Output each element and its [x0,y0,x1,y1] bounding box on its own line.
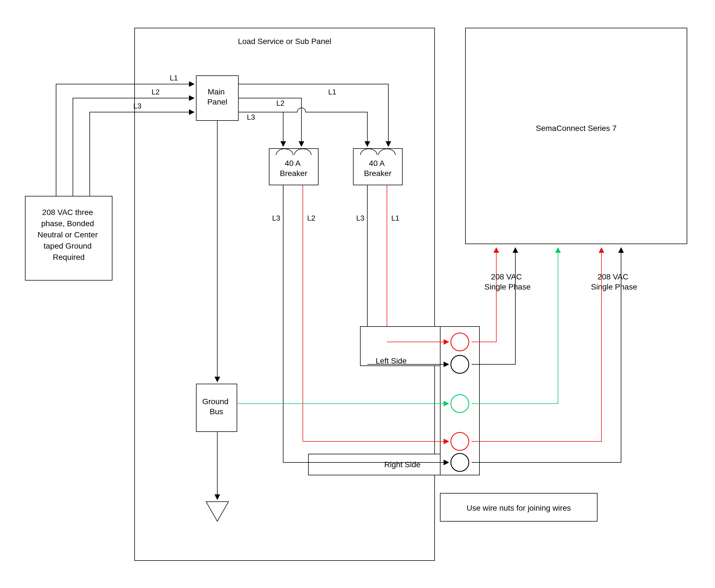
terminal-red-top [451,333,469,351]
device-title: SemaConnect Series 7 [536,124,617,132]
left-side-label: Left Side [376,357,407,365]
device-box [466,28,687,244]
wire-dev-green [472,248,558,404]
label-L3-in: L3 [134,102,142,110]
right-side-label: Right Side [384,460,420,469]
label-L1-in: L1 [170,74,178,82]
terminal-green [451,395,469,413]
label-b2-L3: L3 [356,214,365,222]
wiring-diagram: Load Service or Sub Panel 208 VAC three … [0,0,715,588]
label-L1-out: L1 [328,88,336,96]
dev-feed-1-label: 208 VAC Single Phase [484,272,531,291]
terminal-black-top [451,355,469,373]
label-L2-in: L2 [152,88,160,96]
label-b2-L1: L1 [391,214,400,222]
terminal-red-bottom [451,433,469,450]
panel-title: Load Service or Sub Panel [238,37,331,46]
label-b1-L3: L3 [272,214,280,222]
dev-feed-2-label: 208 VAC Single Phase [591,272,637,291]
wire-nuts-label: Use wire nuts for joining wires [467,504,571,512]
terminal-black-bottom [451,454,469,471]
label-b1-L2: L2 [307,214,315,222]
label-L3-out: L3 [247,113,255,121]
label-L2-out: L2 [277,99,285,107]
load-service-panel [135,28,435,561]
